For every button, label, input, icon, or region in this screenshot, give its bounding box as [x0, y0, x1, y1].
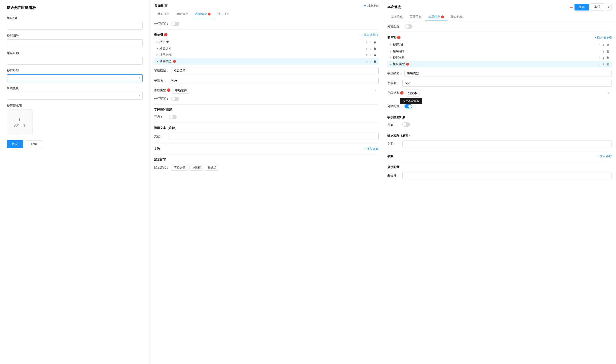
- tab-form-info[interactable]: 表单信息🔴: [192, 11, 214, 18]
- field-name-label: 字段名：: [154, 78, 167, 82]
- display-config-label-edit: 占位符：: [387, 174, 400, 178]
- floor-module-select[interactable]: [7, 92, 143, 100]
- insert-param-link-edit[interactable]: + 插入 参数: [597, 155, 612, 158]
- insert-param-link[interactable]: + 插入 参数: [364, 147, 379, 151]
- floor-type-select[interactable]: [7, 74, 143, 82]
- tree-del-number-edit[interactable]: 🗑: [606, 50, 610, 53]
- tree-item-type-edit[interactable]: ∨ 楼层类型 🔴 ↑ ↓ 🗑: [387, 61, 612, 67]
- tab-basic-info[interactable]: 基本信息: [154, 11, 173, 18]
- tree-item-name-edit[interactable]: > 楼层名称 ↑ ↓ 🗑: [387, 54, 612, 61]
- insert-form-item-link-edit[interactable]: + 插入 表单项: [595, 36, 612, 39]
- display-option-radio[interactable]: 单选框: [189, 165, 203, 171]
- divider-edit-4: [387, 151, 612, 151]
- tree-arrow-number: >: [156, 47, 159, 50]
- field-name-input[interactable]: [169, 77, 379, 84]
- page-config-tabs: 基本信息 页面信息 表单信息🔴 接口信息: [154, 11, 379, 18]
- field-desc-expand-toggle[interactable]: [169, 115, 177, 119]
- tree-down-number-edit[interactable]: ↓: [602, 50, 605, 53]
- bottom-hint-input-edit[interactable]: [402, 141, 612, 147]
- display-options: 下拉选框 单选框 按钮组: [171, 165, 219, 171]
- tree-up-number[interactable]: ↑: [365, 47, 368, 50]
- tree-item-type[interactable]: ∨ 楼层类型 🔴 ↑ ↓ 🗑: [154, 58, 379, 65]
- split-config-toggle[interactable]: [171, 22, 179, 26]
- more-button[interactable]: ∨: [606, 4, 612, 11]
- tree-del-name[interactable]: 🗑: [373, 53, 377, 57]
- field-name-input-edit[interactable]: [402, 80, 612, 87]
- divider-edit-1: [387, 32, 612, 32]
- tree-up-number-edit[interactable]: ↑: [599, 50, 601, 53]
- tab-form-info-edit[interactable]: 表单信息🔴: [425, 13, 447, 21]
- tree-type-icon: 🔴: [173, 60, 176, 63]
- tree-up-name[interactable]: ↑: [365, 53, 368, 57]
- field-desc-input-edit[interactable]: [405, 70, 612, 77]
- tree-up-bid-edit[interactable]: ↑: [599, 43, 601, 47]
- tab-basic-info-edit[interactable]: 基本信息: [387, 13, 406, 21]
- current-edit-body: 分栏配置： 表单项 🔴 + 插入 表单项 > 楼层bid ↑: [383, 21, 616, 185]
- tree-down-bid[interactable]: ↓: [369, 40, 372, 44]
- tree-type-icon-edit: 🔴: [406, 63, 409, 66]
- display-option-button-group[interactable]: 按钮组: [205, 165, 219, 171]
- field-split-toggle-edit[interactable]: [405, 104, 412, 108]
- tree-item-bid[interactable]: > 楼层bid ↑ ↓ 🗑: [154, 39, 379, 45]
- field-split-toggle[interactable]: [171, 97, 179, 101]
- split-config-toggle-edit[interactable]: [405, 24, 413, 29]
- display-placeholder-input[interactable]: [402, 172, 612, 179]
- floor-preview-group: 楼层预览图 ⬆ 点击上传: [7, 104, 143, 135]
- field-type-select[interactable]: 单项选择: [173, 87, 189, 94]
- tree-up-type[interactable]: ↑: [365, 60, 368, 63]
- field-desc-row-edit: 字段描述：: [387, 70, 612, 77]
- tree-down-type[interactable]: ↓: [369, 60, 372, 63]
- split-config-label: 分栏配置：: [154, 22, 169, 26]
- field-desc-row: 字段描述：: [154, 67, 379, 74]
- tab-page-info-edit[interactable]: 页面信息: [406, 13, 425, 21]
- insert-form-item-link[interactable]: + 插入 表单项: [361, 33, 379, 37]
- tree-up-name-edit[interactable]: ↑: [599, 56, 601, 59]
- floor-bid-input[interactable]: [7, 22, 143, 29]
- tree-down-name[interactable]: ↓: [369, 53, 372, 57]
- tree-down-name-edit[interactable]: ↓: [602, 56, 605, 59]
- tree-del-name-edit[interactable]: 🗑: [606, 56, 610, 59]
- split-config-label-edit: 分栏配置：: [387, 25, 402, 28]
- params-label-edit: 参数: [387, 155, 393, 158]
- tree-del-type[interactable]: 🗑: [373, 60, 377, 63]
- tab-api-info-edit[interactable]: 接口信息: [447, 13, 466, 21]
- bottom-hint-label: 文案：: [154, 134, 167, 138]
- save-button[interactable]: 保存: [575, 4, 589, 11]
- field-type-select-edit[interactable]: 短文本: [406, 90, 419, 96]
- tree-arrow-bid: >: [156, 41, 159, 44]
- submit-button[interactable]: 提交: [7, 140, 23, 148]
- tree-item-bid-edit[interactable]: > 楼层bid ↑ ↓ 🗑: [387, 42, 612, 48]
- tree-item-number[interactable]: > 楼层编号 ↑ ↓ 🗑: [154, 45, 379, 52]
- tree-up-type-edit[interactable]: ↑: [599, 63, 601, 66]
- tree-down-bid-edit[interactable]: ↓: [602, 43, 605, 47]
- cancel-edit-button[interactable]: 取消: [591, 3, 604, 11]
- field-split-row: 分栏配置：: [154, 97, 379, 101]
- tree-down-type-edit[interactable]: ↓: [602, 63, 605, 66]
- field-type-row: 字段类型 🔴 单项选择: [154, 87, 379, 94]
- cancel-button[interactable]: 取消: [26, 140, 42, 148]
- tab-api-info[interactable]: 接口信息: [214, 11, 233, 18]
- current-edit-actions: ➡ 保存 取消 ∨: [570, 3, 612, 11]
- floor-name-group: 楼层名称: [7, 51, 143, 65]
- tree-item-name[interactable]: > 楼层名称 ↑ ↓ 🗑: [154, 52, 379, 58]
- bottom-hint-title: 提示文案（底部）: [154, 126, 379, 130]
- tree-del-type-edit[interactable]: 🗑: [606, 63, 610, 66]
- display-option-dropdown[interactable]: 下拉选框: [171, 165, 188, 171]
- divider-1: [154, 29, 379, 29]
- floor-number-input[interactable]: [7, 39, 143, 47]
- tree-actions-type: ↑ ↓ 🗑: [365, 60, 377, 63]
- tree-down-number[interactable]: ↓: [369, 47, 372, 50]
- floor-name-input[interactable]: [7, 57, 143, 65]
- tree-item-number-edit[interactable]: > 楼层编号 ↑ ↓ 🗑: [387, 48, 612, 54]
- tree-up-bid[interactable]: ↑: [365, 40, 368, 44]
- tree-del-bid-edit[interactable]: 🗑: [606, 43, 610, 47]
- field-desc-expand-toggle-edit[interactable]: [402, 122, 410, 127]
- upload-box[interactable]: ⬆ 点击上传: [7, 109, 33, 135]
- field-desc-input[interactable]: [171, 67, 379, 74]
- tab-page-info[interactable]: 页面信息: [173, 11, 192, 18]
- bottom-hint-input[interactable]: [169, 133, 379, 140]
- tree-del-number[interactable]: 🗑: [373, 47, 377, 50]
- field-desc-expand-row-edit: 开启：: [387, 122, 612, 127]
- tree-del-bid[interactable]: 🗑: [373, 40, 377, 44]
- upload-icon: ⬆: [18, 117, 21, 122]
